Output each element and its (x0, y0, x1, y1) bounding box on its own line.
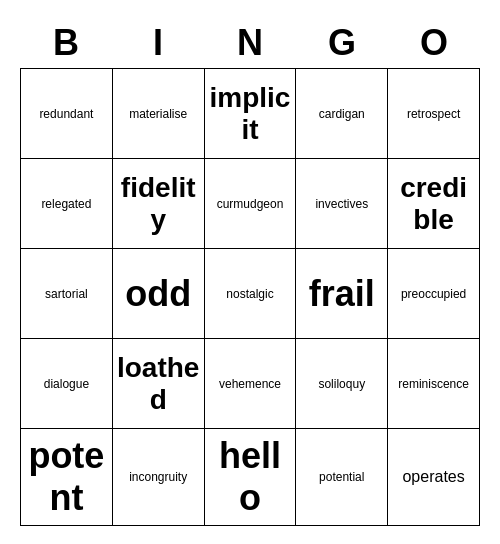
bingo-cell-5: relegated (21, 159, 113, 249)
bingo-cell-14: preoccupied (388, 249, 480, 339)
bingo-cell-17: vehemence (205, 339, 297, 429)
header-letter-n: N (204, 18, 296, 68)
bingo-grid: redundantmaterialiseimplicitcardiganretr… (20, 68, 480, 526)
bingo-cell-7: curmudgeon (205, 159, 297, 249)
bingo-cell-6: fidelity (113, 159, 205, 249)
bingo-cell-1: materialise (113, 69, 205, 159)
bingo-cell-19: reminiscence (388, 339, 480, 429)
bingo-header: BINGO (20, 18, 480, 68)
bingo-cell-15: dialogue (21, 339, 113, 429)
bingo-cell-4: retrospect (388, 69, 480, 159)
bingo-cell-22: hello (205, 429, 297, 526)
bingo-cell-8: invectives (296, 159, 388, 249)
bingo-cell-0: redundant (21, 69, 113, 159)
bingo-cell-2: implicit (205, 69, 297, 159)
header-letter-g: G (296, 18, 388, 68)
bingo-cell-18: soliloquy (296, 339, 388, 429)
bingo-card: BINGO redundantmaterialiseimplicitcardig… (20, 18, 480, 526)
header-letter-i: I (112, 18, 204, 68)
header-letter-o: O (388, 18, 480, 68)
bingo-cell-21: incongruity (113, 429, 205, 526)
bingo-cell-12: nostalgic (205, 249, 297, 339)
header-letter-b: B (20, 18, 112, 68)
bingo-cell-13: frail (296, 249, 388, 339)
bingo-cell-16: loathed (113, 339, 205, 429)
bingo-cell-10: sartorial (21, 249, 113, 339)
bingo-cell-24: operates (388, 429, 480, 526)
bingo-cell-11: odd (113, 249, 205, 339)
bingo-cell-23: potential (296, 429, 388, 526)
bingo-cell-9: credible (388, 159, 480, 249)
bingo-cell-20: potent (21, 429, 113, 526)
bingo-cell-3: cardigan (296, 69, 388, 159)
